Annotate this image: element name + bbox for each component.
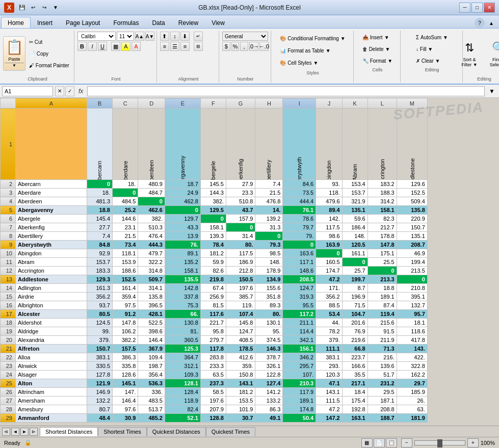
row-header-11[interactable]: 11 xyxy=(1,258,16,267)
cell-4[interactable]: 476.4 xyxy=(138,232,165,241)
cell-3[interactable]: 97.5 xyxy=(113,301,138,310)
cell-6[interactable]: 139.3 xyxy=(200,232,226,241)
cell-7[interactable]: 157.9 xyxy=(226,215,255,223)
cell-5[interactable]: 43.3 xyxy=(165,223,200,232)
cell-8[interactable]: 134.9 xyxy=(255,275,283,284)
cell-A16[interactable]: Albrighton xyxy=(16,301,87,310)
cell-A22[interactable]: Alloa xyxy=(16,353,87,362)
row-header-15[interactable]: 15 xyxy=(1,293,16,301)
help-btn[interactable]: ? xyxy=(475,18,485,28)
cell-12[interactable]: 188.7 xyxy=(367,414,397,423)
cell-5[interactable]: 312.1 xyxy=(165,362,200,371)
cell-5[interactable]: 24.9 xyxy=(165,189,200,197)
cell-8[interactable]: 127.4 xyxy=(255,379,283,388)
cell-8[interactable]: 89.3 xyxy=(255,301,283,310)
cell-12[interactable]: 82.3 xyxy=(367,215,397,223)
cell-L1[interactable]: Accrington xyxy=(367,109,397,180)
cell-11[interactable]: 175.4 xyxy=(342,397,367,405)
cell-7[interactable]: 153.5 xyxy=(226,397,255,405)
cell-10[interactable]: 88.5 xyxy=(316,301,343,310)
cell-11[interactable]: 219.6 xyxy=(342,336,367,345)
cell-9[interactable]: 295.7 xyxy=(283,362,316,371)
cell-5[interactable]: 134. xyxy=(165,423,200,423)
cell-6[interactable]: 58.5 xyxy=(200,388,226,397)
cell-2[interactable]: 80.5 xyxy=(87,310,113,319)
cell-2[interactable]: 48.4 xyxy=(87,414,113,423)
cell-2[interactable]: 0 xyxy=(87,180,113,189)
cut-button[interactable]: ✂ Cut xyxy=(27,36,72,47)
formula-input[interactable] xyxy=(87,86,485,96)
cell-5[interactable]: 129.7 xyxy=(165,215,200,223)
cell-8[interactable]: 351.8 xyxy=(255,293,283,301)
cell-2[interactable]: 183.3 xyxy=(87,267,113,275)
cell-5[interactable]: 18.7 xyxy=(165,180,200,189)
cell-11[interactable]: 154.7 xyxy=(342,423,367,423)
cell-11[interactable]: 0 xyxy=(342,258,367,267)
cell-10[interactable]: 142. xyxy=(316,215,343,223)
cell-6[interactable]: 221.7 xyxy=(200,319,226,327)
tab-review[interactable]: Review xyxy=(172,17,205,28)
cell-11[interactable]: 35.5 xyxy=(342,371,367,379)
row-header-23[interactable]: 23 xyxy=(1,362,16,371)
cell-10[interactable]: 383.1 xyxy=(316,353,343,362)
col-header-H[interactable]: H xyxy=(255,98,283,109)
cell-7[interactable]: 408.5 xyxy=(226,336,255,345)
cell-6[interactable]: 256.9 xyxy=(200,293,226,301)
cell-A1[interactable] xyxy=(16,109,87,180)
cell-4[interactable]: 444.3 xyxy=(138,241,165,249)
fill-button[interactable]: ↓ Fill ▼ xyxy=(413,43,451,55)
cell-4[interactable]: 483.5 xyxy=(138,397,165,405)
sheet-tab-shortest-distances[interactable]: Shortest Distances xyxy=(40,427,98,436)
cell-9[interactable]: 117.2 xyxy=(283,310,316,319)
cell-3[interactable]: 484.5 xyxy=(113,197,138,206)
cell-3[interactable]: 147.8 xyxy=(113,319,138,327)
cell-5[interactable]: 75.3 xyxy=(165,301,200,310)
font-family-select[interactable]: Calibri xyxy=(77,32,116,41)
format-painter-button[interactable]: 🖌 Format Painter xyxy=(27,60,72,71)
col-header-F[interactable]: F xyxy=(200,98,226,109)
cell-9[interactable]: 114.4 xyxy=(283,327,316,336)
tab-formulas[interactable]: Formulas xyxy=(107,17,145,28)
cell-3[interactable]: 146.4 xyxy=(113,397,138,405)
cell-4[interactable]: 146.4 xyxy=(138,336,165,345)
cell-9[interactable]: 444.4 xyxy=(283,197,316,206)
cell-3[interactable]: 73.4 xyxy=(113,241,138,249)
font-color-button[interactable]: A xyxy=(132,42,141,51)
cell-2[interactable]: 124.5 xyxy=(87,319,113,327)
cell-6[interactable]: 207.9 xyxy=(200,405,226,414)
cell-4[interactable]: 396.5 xyxy=(138,301,165,310)
row-header-26[interactable]: 26 xyxy=(1,388,16,397)
cell-3[interactable]: 188.6 xyxy=(113,267,138,275)
cell-7[interactable]: 27.9 xyxy=(226,180,255,189)
cell-9[interactable]: 148.6 xyxy=(283,267,316,275)
cell-11[interactable]: 71.5 xyxy=(342,301,367,310)
cell-2[interactable]: 121.9 xyxy=(87,379,113,388)
cell-12[interactable]: 314.2 xyxy=(367,197,397,206)
underline-button[interactable]: U xyxy=(98,42,107,51)
cell-A3[interactable]: Aberdare xyxy=(16,189,87,197)
cell-A25[interactable]: Alton xyxy=(16,379,87,388)
cell-13[interactable]: 422. xyxy=(397,353,427,362)
row-header-21[interactable]: 21 xyxy=(1,345,16,353)
col-header-M[interactable]: M xyxy=(397,98,427,109)
paste-button[interactable]: 📋 Paste ▼ xyxy=(3,36,25,71)
cell-7[interactable]: 178.5 xyxy=(226,345,255,353)
cell-13[interactable]: 185.9 xyxy=(397,388,427,397)
cell-9[interactable]: 191.8 xyxy=(283,423,316,423)
cell-10[interactable]: 49.9 xyxy=(316,423,343,423)
cell-13[interactable]: 95.7 xyxy=(397,310,427,319)
cell-11[interactable]: 186.4 xyxy=(342,223,367,232)
cell-7[interactable]: 150.8 xyxy=(226,371,255,379)
increase-decimal-btn[interactable]: .0→ xyxy=(249,42,258,51)
cell-13[interactable]: 118.6 xyxy=(397,327,427,336)
row-header-17[interactable]: 17 xyxy=(1,310,16,319)
cell-9[interactable]: 117.1 xyxy=(283,258,316,267)
cell-styles-button[interactable]: 🎨 Cell Styles ▼ xyxy=(277,57,348,68)
cell-13[interactable]: 210.8 xyxy=(397,284,427,293)
delete-button[interactable]: 🗑 Delete ▼ xyxy=(360,43,396,55)
cell-8[interactable]: 476.8 xyxy=(255,197,283,206)
cell-10[interactable]: 47.1 xyxy=(316,379,343,388)
cell-7[interactable]: 145.8 xyxy=(226,319,255,327)
cell-9[interactable]: 208.5 xyxy=(283,275,316,284)
cell-13[interactable]: 46.9 xyxy=(397,249,427,258)
